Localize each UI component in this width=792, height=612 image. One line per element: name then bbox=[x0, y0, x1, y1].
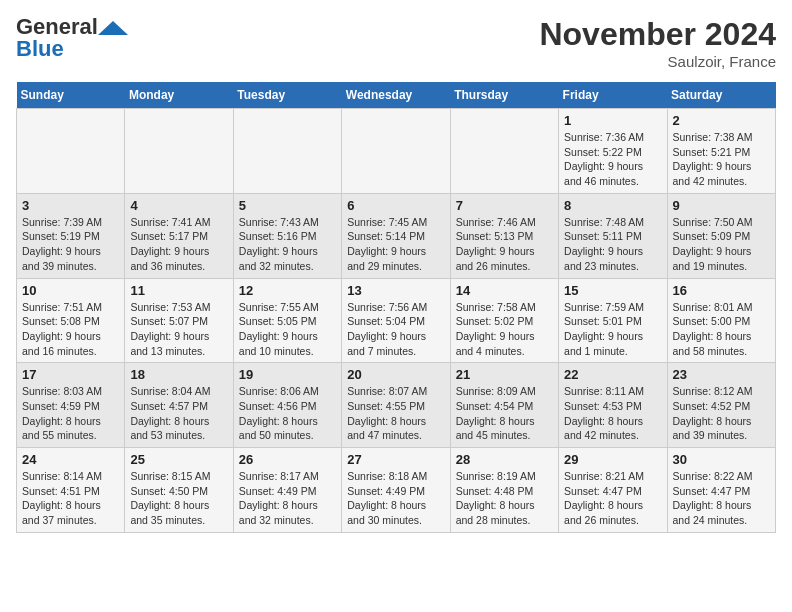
calendar-cell: 7Sunrise: 7:46 AM Sunset: 5:13 PM Daylig… bbox=[450, 193, 558, 278]
day-info: Sunrise: 7:41 AM Sunset: 5:17 PM Dayligh… bbox=[130, 215, 227, 274]
day-number: 13 bbox=[347, 283, 444, 298]
calendar-table: SundayMondayTuesdayWednesdayThursdayFrid… bbox=[16, 82, 776, 533]
day-number: 27 bbox=[347, 452, 444, 467]
header-tuesday: Tuesday bbox=[233, 82, 341, 109]
day-info: Sunrise: 7:39 AM Sunset: 5:19 PM Dayligh… bbox=[22, 215, 119, 274]
calendar-cell: 8Sunrise: 7:48 AM Sunset: 5:11 PM Daylig… bbox=[559, 193, 667, 278]
logo-blue: Blue bbox=[16, 38, 64, 60]
day-info: Sunrise: 7:43 AM Sunset: 5:16 PM Dayligh… bbox=[239, 215, 336, 274]
calendar-cell: 25Sunrise: 8:15 AM Sunset: 4:50 PM Dayli… bbox=[125, 448, 233, 533]
header-sunday: Sunday bbox=[17, 82, 125, 109]
calendar-cell: 16Sunrise: 8:01 AM Sunset: 5:00 PM Dayli… bbox=[667, 278, 775, 363]
day-info: Sunrise: 7:58 AM Sunset: 5:02 PM Dayligh… bbox=[456, 300, 553, 359]
week-row-2: 10Sunrise: 7:51 AM Sunset: 5:08 PM Dayli… bbox=[17, 278, 776, 363]
day-number: 3 bbox=[22, 198, 119, 213]
day-info: Sunrise: 7:51 AM Sunset: 5:08 PM Dayligh… bbox=[22, 300, 119, 359]
calendar-cell: 20Sunrise: 8:07 AM Sunset: 4:55 PM Dayli… bbox=[342, 363, 450, 448]
location: Saulzoir, France bbox=[539, 53, 776, 70]
day-number: 1 bbox=[564, 113, 661, 128]
day-number: 6 bbox=[347, 198, 444, 213]
day-info: Sunrise: 7:38 AM Sunset: 5:21 PM Dayligh… bbox=[673, 130, 770, 189]
day-number: 26 bbox=[239, 452, 336, 467]
day-number: 9 bbox=[673, 198, 770, 213]
day-info: Sunrise: 8:18 AM Sunset: 4:49 PM Dayligh… bbox=[347, 469, 444, 528]
day-number: 2 bbox=[673, 113, 770, 128]
day-number: 24 bbox=[22, 452, 119, 467]
day-info: Sunrise: 8:04 AM Sunset: 4:57 PM Dayligh… bbox=[130, 384, 227, 443]
calendar-cell: 23Sunrise: 8:12 AM Sunset: 4:52 PM Dayli… bbox=[667, 363, 775, 448]
day-info: Sunrise: 8:15 AM Sunset: 4:50 PM Dayligh… bbox=[130, 469, 227, 528]
header-wednesday: Wednesday bbox=[342, 82, 450, 109]
calendar-cell bbox=[342, 109, 450, 194]
day-info: Sunrise: 8:01 AM Sunset: 5:00 PM Dayligh… bbox=[673, 300, 770, 359]
day-number: 4 bbox=[130, 198, 227, 213]
logo: General Blue bbox=[16, 16, 128, 60]
day-info: Sunrise: 8:21 AM Sunset: 4:47 PM Dayligh… bbox=[564, 469, 661, 528]
logo-arrow-icon bbox=[98, 21, 128, 35]
day-number: 19 bbox=[239, 367, 336, 382]
logo-general: General bbox=[16, 16, 98, 38]
calendar-cell: 10Sunrise: 7:51 AM Sunset: 5:08 PM Dayli… bbox=[17, 278, 125, 363]
calendar-header-row: SundayMondayTuesdayWednesdayThursdayFrid… bbox=[17, 82, 776, 109]
calendar-cell bbox=[450, 109, 558, 194]
calendar-cell: 15Sunrise: 7:59 AM Sunset: 5:01 PM Dayli… bbox=[559, 278, 667, 363]
calendar-cell bbox=[17, 109, 125, 194]
day-number: 18 bbox=[130, 367, 227, 382]
calendar-cell: 2Sunrise: 7:38 AM Sunset: 5:21 PM Daylig… bbox=[667, 109, 775, 194]
day-number: 7 bbox=[456, 198, 553, 213]
calendar-cell: 24Sunrise: 8:14 AM Sunset: 4:51 PM Dayli… bbox=[17, 448, 125, 533]
week-row-4: 24Sunrise: 8:14 AM Sunset: 4:51 PM Dayli… bbox=[17, 448, 776, 533]
week-row-1: 3Sunrise: 7:39 AM Sunset: 5:19 PM Daylig… bbox=[17, 193, 776, 278]
day-info: Sunrise: 8:12 AM Sunset: 4:52 PM Dayligh… bbox=[673, 384, 770, 443]
calendar-cell: 12Sunrise: 7:55 AM Sunset: 5:05 PM Dayli… bbox=[233, 278, 341, 363]
calendar-cell: 21Sunrise: 8:09 AM Sunset: 4:54 PM Dayli… bbox=[450, 363, 558, 448]
calendar-cell: 6Sunrise: 7:45 AM Sunset: 5:14 PM Daylig… bbox=[342, 193, 450, 278]
day-info: Sunrise: 8:19 AM Sunset: 4:48 PM Dayligh… bbox=[456, 469, 553, 528]
day-info: Sunrise: 8:06 AM Sunset: 4:56 PM Dayligh… bbox=[239, 384, 336, 443]
calendar-cell: 3Sunrise: 7:39 AM Sunset: 5:19 PM Daylig… bbox=[17, 193, 125, 278]
calendar-cell: 19Sunrise: 8:06 AM Sunset: 4:56 PM Dayli… bbox=[233, 363, 341, 448]
month-title: November 2024 bbox=[539, 16, 776, 53]
day-number: 30 bbox=[673, 452, 770, 467]
day-info: Sunrise: 7:56 AM Sunset: 5:04 PM Dayligh… bbox=[347, 300, 444, 359]
calendar-cell: 18Sunrise: 8:04 AM Sunset: 4:57 PM Dayli… bbox=[125, 363, 233, 448]
week-row-3: 17Sunrise: 8:03 AM Sunset: 4:59 PM Dayli… bbox=[17, 363, 776, 448]
day-number: 11 bbox=[130, 283, 227, 298]
day-info: Sunrise: 8:22 AM Sunset: 4:47 PM Dayligh… bbox=[673, 469, 770, 528]
day-info: Sunrise: 7:45 AM Sunset: 5:14 PM Dayligh… bbox=[347, 215, 444, 274]
day-info: Sunrise: 8:17 AM Sunset: 4:49 PM Dayligh… bbox=[239, 469, 336, 528]
header-thursday: Thursday bbox=[450, 82, 558, 109]
day-number: 16 bbox=[673, 283, 770, 298]
day-number: 8 bbox=[564, 198, 661, 213]
header-monday: Monday bbox=[125, 82, 233, 109]
day-number: 17 bbox=[22, 367, 119, 382]
calendar-cell: 1Sunrise: 7:36 AM Sunset: 5:22 PM Daylig… bbox=[559, 109, 667, 194]
calendar-cell: 14Sunrise: 7:58 AM Sunset: 5:02 PM Dayli… bbox=[450, 278, 558, 363]
day-info: Sunrise: 7:59 AM Sunset: 5:01 PM Dayligh… bbox=[564, 300, 661, 359]
calendar-cell: 29Sunrise: 8:21 AM Sunset: 4:47 PM Dayli… bbox=[559, 448, 667, 533]
calendar-cell: 4Sunrise: 7:41 AM Sunset: 5:17 PM Daylig… bbox=[125, 193, 233, 278]
page-header: General Blue November 2024 Saulzoir, Fra… bbox=[16, 16, 776, 70]
day-info: Sunrise: 8:03 AM Sunset: 4:59 PM Dayligh… bbox=[22, 384, 119, 443]
week-row-0: 1Sunrise: 7:36 AM Sunset: 5:22 PM Daylig… bbox=[17, 109, 776, 194]
day-number: 23 bbox=[673, 367, 770, 382]
day-number: 22 bbox=[564, 367, 661, 382]
day-number: 14 bbox=[456, 283, 553, 298]
svg-marker-0 bbox=[98, 21, 128, 35]
day-number: 10 bbox=[22, 283, 119, 298]
calendar-cell: 28Sunrise: 8:19 AM Sunset: 4:48 PM Dayli… bbox=[450, 448, 558, 533]
day-info: Sunrise: 7:55 AM Sunset: 5:05 PM Dayligh… bbox=[239, 300, 336, 359]
calendar-cell: 27Sunrise: 8:18 AM Sunset: 4:49 PM Dayli… bbox=[342, 448, 450, 533]
day-number: 28 bbox=[456, 452, 553, 467]
calendar-cell: 17Sunrise: 8:03 AM Sunset: 4:59 PM Dayli… bbox=[17, 363, 125, 448]
day-number: 29 bbox=[564, 452, 661, 467]
calendar-cell: 5Sunrise: 7:43 AM Sunset: 5:16 PM Daylig… bbox=[233, 193, 341, 278]
title-area: November 2024 Saulzoir, France bbox=[539, 16, 776, 70]
calendar-cell: 9Sunrise: 7:50 AM Sunset: 5:09 PM Daylig… bbox=[667, 193, 775, 278]
day-number: 20 bbox=[347, 367, 444, 382]
day-info: Sunrise: 7:46 AM Sunset: 5:13 PM Dayligh… bbox=[456, 215, 553, 274]
day-info: Sunrise: 8:09 AM Sunset: 4:54 PM Dayligh… bbox=[456, 384, 553, 443]
calendar-cell bbox=[233, 109, 341, 194]
day-number: 5 bbox=[239, 198, 336, 213]
day-info: Sunrise: 8:11 AM Sunset: 4:53 PM Dayligh… bbox=[564, 384, 661, 443]
